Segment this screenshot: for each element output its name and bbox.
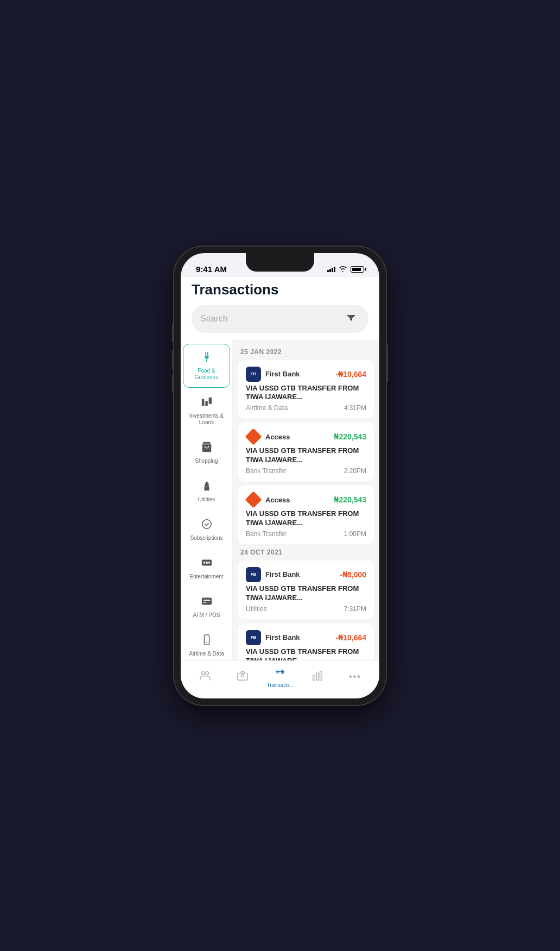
bank-info: FB First Bank [246,567,300,582]
svg-rect-5 [208,397,212,404]
entertainment-icon [201,557,213,571]
bank-info: Access [246,429,290,444]
home-nav-icon [199,670,211,684]
status-time: 9:41 AM [196,264,227,274]
tx-top: Access ₦220,543 [246,429,366,444]
sidebar-item-airtime[interactable]: Airtime & Data [183,627,230,660]
investments-icon [201,396,213,411]
page-title: Transactions [192,281,368,298]
tx-bottom: Bank Transfer 1:00PM [246,530,366,538]
bank-info: FB First Bank [246,630,300,645]
more-nav-icon: ••• [349,672,361,682]
transaction-card[interactable]: Access ₦220,543 VIA USSD GTB TRANSFER FR… [238,486,374,544]
bank-name: Access [265,496,290,504]
svg-point-17 [206,641,207,643]
transaction-card[interactable]: FB First Bank -₦10,664 VIA USSD GTB TRAN… [238,360,374,419]
svg-rect-4 [205,401,208,406]
bottom-nav: Transacti... ••• [181,660,379,698]
atm-icon [201,595,213,610]
utilities-label: Utilities [198,496,215,503]
search-placeholder: Search [200,314,342,324]
svg-rect-1 [207,351,208,355]
phone-frame: 9:41 AM [174,247,386,705]
nav-transactions[interactable]: Transacti... [264,665,296,688]
transactions-nav-label: Transacti... [266,682,293,688]
bank-info: FB First Bank [246,367,300,382]
nav-camera[interactable] [226,670,259,684]
tx-time: 4:31PM [344,404,366,412]
svg-rect-15 [203,601,206,602]
sidebar-item-atm[interactable]: ATM / POS [183,588,230,626]
bank-name: Access [265,433,290,441]
tx-amount: -₦10,664 [336,370,366,379]
wifi-icon [339,265,347,274]
first-bank-logo: FB [246,567,261,582]
svg-rect-7 [204,486,209,490]
tx-top: FB First Bank -₦10,664 [246,630,366,645]
airtime-label: Airtime & Data [189,651,224,657]
chart-nav-icon [311,670,323,684]
phone-screen: 9:41 AM [181,253,379,698]
tx-amount: -₦8,000 [340,570,366,579]
subscriptions-label: Subscriptions [190,535,222,541]
svg-rect-16 [204,634,209,644]
access-bank-logo [246,429,261,444]
filter-icon [347,313,355,324]
investments-label: Investments &Loans [189,413,224,426]
tx-description: VIA USSD GTB TRANSFER FROM TIWA IJAWARE.… [246,384,366,402]
header: Transactions Search [181,277,379,339]
svg-point-20 [241,674,244,677]
sidebar-item-investments[interactable]: Investments &Loans [183,389,230,433]
tx-time: 1:00PM [344,530,366,538]
tx-description: VIA USSD GTB TRANSFER FROM TIWA IJAWARE.… [246,509,366,528]
nav-chart[interactable] [301,670,334,684]
transactions-nav-icon [273,665,287,681]
bank-info: Access [246,492,290,507]
sidebar-item-entertainment[interactable]: Entertainment [183,550,230,587]
tx-top: FB First Bank -₦8,000 [246,567,366,582]
first-bank-logo: FB [246,630,261,645]
battery-icon [351,266,364,273]
tx-top: FB First Bank -₦10,664 [246,367,366,382]
sidebar-item-food[interactable]: Food &Groceries [183,344,230,388]
tx-bottom: Bank Transfer 2:20PM [246,467,366,475]
date-header-jan: 25 JAN 2022 [238,348,374,356]
svg-rect-2 [206,358,207,362]
bank-name: First Bank [265,370,300,378]
filter-button[interactable] [342,310,360,328]
nav-home[interactable] [189,670,221,684]
svg-point-11 [208,562,210,564]
tx-amount: ₦220,543 [334,432,366,441]
transactions-list: 25 JAN 2022 FB First Bank -₦10,664 [233,339,379,660]
svg-rect-8 [206,481,208,484]
access-bank-logo [246,492,261,507]
tx-category: Airtime & Data [246,404,288,412]
transaction-card[interactable]: Access ₦220,543 VIA USSD GTB TRANSFER FR… [238,423,374,481]
signal-icon [327,267,335,272]
search-bar[interactable]: Search [192,305,368,333]
tx-bottom: Utilities 7:31PM [246,605,366,613]
shopping-label: Shopping [195,458,218,464]
svg-rect-23 [316,673,319,680]
food-label: Food &Groceries [195,368,218,381]
svg-rect-24 [320,671,322,680]
transaction-card[interactable]: FB First Bank -₦10,664 VIA USSD GTB TRAN… [238,623,374,660]
sidebar-item-shopping[interactable]: Shopping [183,434,230,471]
svg-rect-22 [313,676,315,680]
notch [246,253,314,272]
tx-time: 2:20PM [344,467,366,475]
nav-more[interactable]: ••• [339,672,371,682]
tx-description: VIA USSD GTB TRANSFER FROM TIWA IJAWARE.… [246,584,366,603]
transaction-card[interactable]: FB First Bank -₦8,000 VIA USSD GTB TRANS… [238,560,374,619]
svg-point-19 [206,671,209,675]
tx-amount: ₦220,543 [334,495,366,504]
svg-rect-12 [206,562,208,564]
atm-label: ATM / POS [193,612,220,619]
sidebar-item-utilities[interactable]: Utilities [183,473,230,510]
tx-category: Utilities [246,605,267,613]
main-body: Food &Groceries Investments &Loans [181,339,379,660]
shopping-icon [201,441,213,456]
sidebar-item-subscriptions[interactable]: Subscriptions [183,511,230,549]
tx-category: Bank Transfer [246,467,287,475]
svg-rect-0 [205,351,206,355]
